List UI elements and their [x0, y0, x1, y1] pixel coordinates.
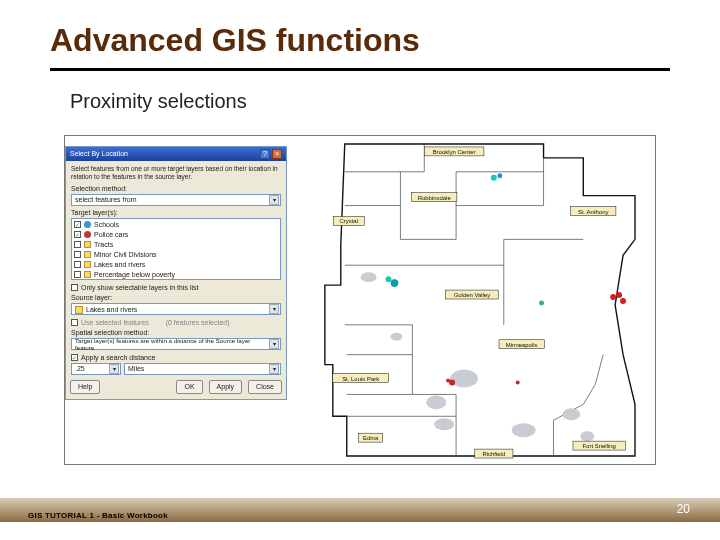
- ok-button[interactable]: OK: [176, 380, 202, 394]
- place-label: Fort Snelling: [583, 443, 616, 449]
- title-rule: [50, 68, 670, 71]
- page-number: 20: [677, 502, 690, 516]
- map-canvas[interactable]: Brooklyn CenterRobbinsdaleCrystalSt. Ant…: [285, 136, 655, 464]
- select-by-location-dialog: Select By Location ? × Select features f…: [65, 146, 287, 400]
- place-label: Robbinsdale: [418, 195, 452, 201]
- layer-name: Schools: [94, 221, 119, 228]
- distance-unit: Miles: [128, 365, 144, 372]
- help-button[interactable]: Help: [70, 380, 100, 394]
- dialog-button-row: Help OK Apply Close: [66, 375, 286, 399]
- place-label: St. Louis Park: [342, 376, 379, 382]
- search-distance-label: Apply a search distance: [81, 354, 155, 361]
- source-layer-dropdown[interactable]: Lakes and rivers ▾: [71, 303, 281, 315]
- map-boundary: [325, 144, 635, 456]
- layer-name: Percentage below poverty: [94, 271, 175, 278]
- layer-name: Police cars: [94, 231, 128, 238]
- svg-point-1: [450, 370, 478, 388]
- use-selected-note: (0 features selected): [166, 319, 230, 326]
- layer-row[interactable]: Lakes and rivers: [74, 260, 278, 270]
- layer-icon: [75, 306, 83, 314]
- only-show-checkbox[interactable]: [71, 284, 78, 291]
- target-layers-label: Target layer(s):: [71, 209, 281, 216]
- slide-subtitle: Proximity selections: [70, 90, 247, 113]
- use-selected-checkbox[interactable]: [71, 319, 78, 326]
- place-label: Brooklyn Center: [433, 149, 476, 155]
- layer-type-icon: [84, 251, 91, 258]
- spatial-method-dropdown[interactable]: Target layer(s) features are within a di…: [71, 338, 281, 350]
- spatial-method-label: Spatial selection method:: [71, 329, 281, 336]
- svg-point-15: [610, 294, 616, 300]
- target-layers-list[interactable]: ✓Schools✓Police carsTractsMinor Civil Di…: [71, 218, 281, 280]
- use-selected-label: Use selected features: [81, 319, 149, 326]
- layer-checkbox[interactable]: ✓: [74, 231, 81, 238]
- place-label: St. Anthony: [578, 209, 608, 215]
- layer-type-icon: [84, 221, 91, 228]
- svg-point-2: [426, 395, 446, 409]
- svg-point-0: [361, 272, 377, 282]
- layer-name: Lakes and rivers: [94, 261, 145, 268]
- svg-point-17: [620, 298, 626, 304]
- selection-method-value: select features from: [75, 196, 136, 203]
- place-label: Golden Valley: [454, 292, 491, 298]
- svg-point-4: [512, 423, 536, 437]
- place-label: Richfield: [482, 451, 505, 457]
- distance-value-input[interactable]: .25 ▾: [71, 363, 121, 375]
- layer-type-icon: [84, 231, 91, 238]
- map-subdivisions: [345, 144, 603, 456]
- svg-point-18: [516, 381, 520, 385]
- layer-type-icon: [84, 271, 91, 278]
- distance-unit-dropdown[interactable]: Miles ▾: [124, 363, 281, 375]
- apply-button[interactable]: Apply: [209, 380, 243, 394]
- close-icon[interactable]: ×: [272, 149, 282, 159]
- selection-method-dropdown[interactable]: select features from ▾: [71, 194, 281, 206]
- layer-row[interactable]: Minor Civil Divisions: [74, 250, 278, 260]
- svg-point-7: [390, 333, 402, 341]
- layer-checkbox[interactable]: [74, 251, 81, 258]
- svg-point-12: [539, 300, 544, 305]
- layer-row[interactable]: Percentage below poverty: [74, 270, 278, 280]
- close-button[interactable]: Close: [248, 380, 282, 394]
- map-points: [386, 173, 627, 385]
- layer-checkbox[interactable]: [74, 271, 81, 278]
- chevron-down-icon: ▾: [269, 364, 279, 374]
- svg-point-16: [616, 292, 622, 298]
- layer-row[interactable]: Tracts: [74, 240, 278, 250]
- source-layer-label: Source layer:: [71, 294, 281, 301]
- svg-point-11: [497, 173, 502, 178]
- selection-method-label: Selection method:: [71, 185, 281, 192]
- layer-checkbox[interactable]: [74, 241, 81, 248]
- content-frame: Brooklyn CenterRobbinsdaleCrystalSt. Ant…: [64, 135, 656, 465]
- dialog-titlebar[interactable]: Select By Location ? ×: [66, 147, 286, 161]
- svg-point-8: [386, 276, 392, 282]
- source-layer-value: Lakes and rivers: [86, 306, 137, 313]
- distance-value: .25: [75, 365, 85, 372]
- svg-point-9: [391, 280, 398, 287]
- layer-name: Minor Civil Divisions: [94, 251, 157, 258]
- spatial-method-value: Target layer(s) features are within a di…: [75, 337, 269, 351]
- chevron-down-icon: ▾: [269, 195, 279, 205]
- place-label: Minneapolis: [506, 342, 538, 348]
- map-place-labels: Brooklyn CenterRobbinsdaleCrystalSt. Ant…: [333, 147, 626, 458]
- chevron-down-icon: ▾: [269, 339, 279, 349]
- dialog-title-text: Select By Location: [70, 147, 128, 161]
- svg-point-6: [580, 431, 594, 441]
- only-show-label: Only show selectable layers in this list: [81, 284, 199, 291]
- layer-checkbox[interactable]: [74, 261, 81, 268]
- place-label: Crystal: [339, 218, 358, 224]
- layer-name: Tracts: [94, 241, 113, 248]
- dialog-description: Select features from one or more target …: [71, 165, 281, 181]
- svg-point-5: [562, 408, 580, 420]
- svg-point-10: [491, 175, 497, 181]
- layer-checkbox[interactable]: ✓: [74, 221, 81, 228]
- layer-row[interactable]: ✓Police cars: [74, 230, 278, 240]
- svg-point-3: [434, 418, 454, 430]
- layer-type-icon: [84, 261, 91, 268]
- search-distance-checkbox[interactable]: ✓: [71, 354, 78, 361]
- slide-title: Advanced GIS functions: [50, 22, 420, 59]
- place-label: Edina: [363, 435, 379, 441]
- footer-text: GIS TUTORIAL 1 - Basic Workbook: [28, 511, 168, 520]
- chevron-down-icon: ▾: [109, 364, 119, 374]
- chevron-down-icon: ▾: [269, 304, 279, 314]
- help-icon[interactable]: ?: [260, 149, 270, 159]
- layer-row[interactable]: ✓Schools: [74, 220, 278, 230]
